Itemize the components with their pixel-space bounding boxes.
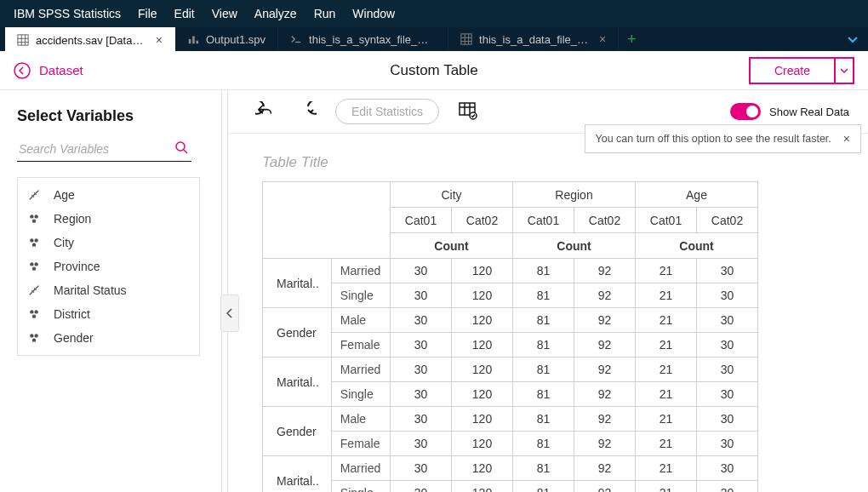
table-cell: 92 (574, 481, 636, 493)
table-cell: 120 (452, 382, 513, 407)
svg-point-28 (32, 266, 36, 270)
svg-point-37 (32, 338, 36, 341)
table-cell: 92 (574, 432, 636, 456)
table-cell: 92 (574, 333, 636, 358)
menu-file[interactable]: File (138, 7, 157, 20)
variable-item[interactable]: Province (18, 255, 199, 278)
table-cell: 120 (452, 432, 513, 456)
back-label: Dataset (39, 63, 83, 77)
tab-label: Output1.spv (206, 33, 266, 46)
variable-item[interactable]: District (18, 302, 199, 326)
table-cell: 81 (513, 358, 574, 382)
table-cell: 21 (636, 456, 697, 481)
variable-name: Province (54, 260, 100, 273)
variable-item[interactable]: Marital Status (18, 278, 199, 302)
variable-item[interactable]: Gender (18, 326, 199, 350)
category-header: Cat02 (697, 208, 758, 233)
table-cell: 30 (697, 333, 758, 358)
row-group-label: Marital.. (263, 259, 332, 308)
svg-point-25 (32, 243, 36, 246)
menu-edit[interactable]: Edit (174, 7, 195, 20)
table-cell: 30 (697, 259, 758, 283)
edit-statistics-button[interactable]: Edit Statistics (335, 99, 439, 124)
count-header: Count (391, 233, 513, 259)
row-group-label: Gender (263, 407, 332, 456)
variable-name: Region (54, 212, 91, 226)
menu-view[interactable]: View (212, 7, 237, 20)
variable-list: AgeRegionCityProvinceMarital StatusDistr… (17, 177, 200, 356)
close-icon[interactable]: × (843, 132, 850, 146)
variable-name: District (54, 307, 90, 321)
svg-point-27 (34, 262, 37, 266)
table-cell: 21 (636, 382, 697, 407)
table-cell: 21 (636, 358, 697, 382)
svg-point-15 (176, 142, 185, 151)
category-header: Cat02 (574, 208, 636, 233)
search-icon[interactable] (174, 140, 188, 154)
create-dropdown[interactable] (834, 59, 853, 83)
close-icon[interactable]: × (599, 32, 606, 46)
table-cell: 30 (391, 358, 452, 382)
create-button[interactable]: Create (751, 59, 834, 83)
add-tab-button[interactable]: + (619, 27, 645, 51)
builder-toolbar: Edit Statistics Show Real Data You can t… (228, 90, 868, 134)
row-group-label: Marital.. (263, 456, 332, 493)
table-cell: 30 (697, 308, 758, 333)
collapse-handle[interactable] (220, 295, 239, 332)
variable-name: Age (54, 188, 75, 202)
table-cell: 30 (697, 358, 758, 382)
close-icon[interactable]: × (156, 33, 163, 47)
tip-popover: You can turn off this option to see the … (585, 124, 861, 153)
tip-text: You can turn off this option to see the … (596, 133, 831, 145)
table-cell: 120 (452, 308, 513, 333)
table-cell: 21 (636, 481, 697, 493)
table-title-placeholder[interactable]: Table Title (262, 154, 844, 171)
table-cell: 81 (513, 481, 574, 493)
table-cell: 120 (452, 407, 513, 432)
table-cell: 92 (574, 259, 636, 283)
undo-button[interactable] (254, 100, 277, 123)
category-header: Cat01 (513, 208, 574, 233)
table-cell: 21 (636, 432, 697, 456)
table-cell: 81 (513, 308, 574, 333)
menu-window[interactable]: Window (352, 7, 395, 20)
row-sub-label: Male (331, 308, 390, 333)
row-group-label: Marital.. (263, 358, 332, 407)
svg-point-26 (30, 262, 33, 266)
table-cell: 81 (513, 333, 574, 358)
svg-point-36 (34, 334, 37, 337)
table-cell: 30 (697, 283, 758, 308)
create-split-button: Create (749, 57, 854, 84)
table-cell: 30 (391, 456, 452, 481)
variable-item[interactable]: Age (18, 183, 199, 207)
tab-data-long[interactable]: this_is_a_data_file_with_a_long × (448, 27, 619, 51)
table-cell: 30 (391, 308, 452, 333)
menu-run[interactable]: Run (314, 7, 336, 20)
table-cell: 81 (513, 432, 574, 456)
row-sub-label: Married (331, 456, 390, 481)
variable-item[interactable]: City (18, 231, 199, 255)
tab-output[interactable]: Output1.spv (175, 27, 278, 51)
variable-item[interactable]: Region (18, 207, 199, 231)
svg-point-34 (32, 314, 36, 318)
back-button[interactable]: Dataset (14, 62, 83, 79)
tab-syntax[interactable]: this_is_a_syntax_file_with_a_lo… (278, 27, 448, 51)
table-cell: 92 (574, 358, 636, 382)
main-content: Select Variables AgeRegionCityProvinceMa… (0, 90, 868, 492)
expand-tabs-button[interactable] (846, 27, 859, 51)
redo-button[interactable] (294, 100, 318, 123)
search-input[interactable] (17, 137, 191, 161)
variables-heading: Select Variables (17, 107, 211, 125)
tab-dataset[interactable]: accidents.sav [DataSet1]* × (5, 27, 175, 51)
table-settings-button[interactable] (456, 100, 480, 123)
terminal-icon (290, 33, 302, 45)
table-cell: 81 (513, 407, 574, 432)
show-real-data-toggle[interactable]: Show Real Data (730, 103, 849, 120)
pane-divider[interactable] (221, 90, 228, 492)
table-cell: 92 (574, 382, 636, 407)
col-group-header: City (391, 182, 513, 208)
data-grid-icon (17, 34, 29, 46)
table-cell: 92 (574, 456, 636, 481)
svg-line-29 (30, 286, 39, 295)
menu-analyze[interactable]: Analyze (254, 7, 297, 20)
